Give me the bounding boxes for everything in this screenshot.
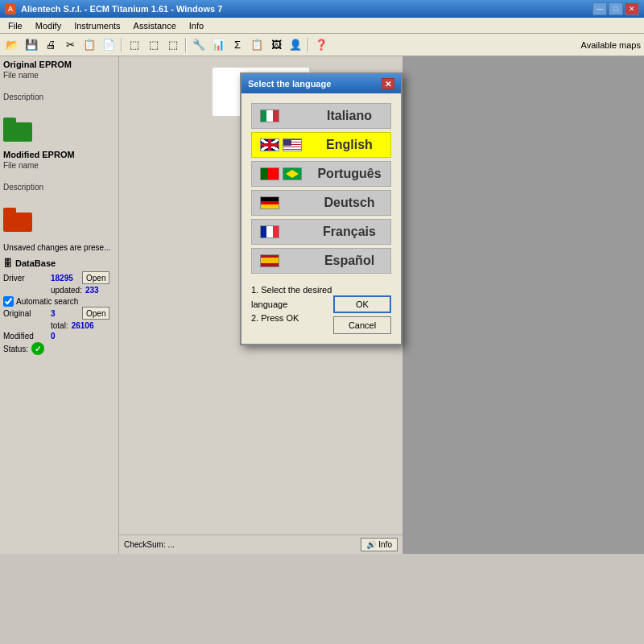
language-name-english: English [316, 138, 382, 152]
description-value-mod [3, 192, 115, 204]
toolbar: 📂 💾 🖨 ✂ 📋 📄 ⬚ ⬚ ⬚ 🔧 📊 Σ 📋 🖼 👤 ❓ Availabl… [0, 34, 644, 56]
flag-germany [260, 196, 279, 209]
toolbar-btn-7[interactable]: ⬚ [126, 36, 143, 54]
app-window: A Alientech S.r.l. - ECM Titanium 1.61 -… [0, 0, 644, 644]
flag-container-espanol [260, 254, 308, 267]
toolbar-btn-10[interactable]: 🔧 [190, 36, 208, 54]
updated-row: updated: 233 [3, 286, 115, 295]
language-name-deutsch: Deutsch [316, 196, 382, 210]
modified-eprom-section: Modified EPROM File name Description [3, 150, 115, 235]
title-bar-left: A Alientech S.r.l. - ECM Titanium 1.61 -… [5, 3, 222, 14]
language-dialog: Select the language ✕ [240, 72, 402, 345]
right-panel [402, 56, 644, 554]
flag-container-deutsch [260, 196, 308, 209]
database-label: 🗄 DataBase [3, 258, 115, 268]
minimize-button[interactable]: — [592, 2, 607, 15]
menu-instruments[interactable]: Instruments [69, 20, 125, 31]
close-button[interactable]: ✕ [625, 2, 639, 15]
unsaved-notice: Unsaved changes are prese... [3, 243, 115, 252]
modified-row: Modified 0 [3, 332, 115, 341]
toolbar-btn-8[interactable]: ⬚ [145, 36, 163, 54]
original-label: Original [3, 309, 47, 318]
file-name-label-mod: File name [3, 161, 115, 170]
toolbar-btn-12[interactable]: Σ [229, 36, 246, 54]
language-item-espanol[interactable]: Español [251, 248, 391, 274]
folder-icon-modified[interactable] [3, 208, 32, 232]
total-label: total: [51, 321, 68, 330]
auto-search-label: Automatic search [16, 297, 78, 306]
toolbar-btn-5[interactable]: 📋 [80, 36, 98, 54]
left-sidebar: Original EPROM File name Description Mod… [0, 56, 119, 554]
original-row: Original 3 Open [3, 307, 115, 320]
language-name-espanol: Español [316, 254, 382, 268]
dialog-overlay: Select the language ✕ [119, 56, 402, 554]
language-item-francais[interactable]: Français [251, 219, 391, 245]
toolbar-sep-2 [185, 38, 187, 52]
flag-brazil [283, 167, 302, 180]
language-item-italiano[interactable]: Italiano [251, 103, 391, 129]
flag-container-italiano [260, 109, 308, 122]
auto-search-checkbox[interactable] [3, 296, 14, 307]
toolbar-sep-1 [121, 38, 122, 52]
menu-file[interactable]: File [3, 20, 27, 31]
flag-spain [260, 254, 279, 267]
maximize-button[interactable]: □ [609, 2, 623, 15]
toolbar-btn-2[interactable]: 💾 [23, 36, 40, 54]
updated-value: 233 [85, 286, 99, 295]
toolbar-btn-13[interactable]: 📋 [248, 36, 266, 54]
menu-modify[interactable]: Modify [31, 20, 66, 31]
dialog-title: Select the language [248, 79, 331, 89]
file-name-value-mod [3, 170, 115, 183]
status-label: Status: [3, 345, 28, 353]
description-label-orig: Description [3, 93, 115, 101]
menu-bar: File Modify Instruments Assistance Info [0, 18, 644, 34]
dialog-body: Italiano English [242, 93, 401, 344]
toolbar-btn-4[interactable]: ✂ [61, 36, 79, 54]
app-icon: A [5, 3, 16, 14]
dialog-close-button[interactable]: ✕ [382, 78, 394, 89]
dialog-instructions: 1. Select the desired language 2. Press … [251, 283, 333, 326]
file-name-label-orig: File name [3, 71, 115, 80]
status-row: Status: ✓ [3, 342, 115, 355]
flag-france [260, 225, 279, 238]
toolbar-btn-1[interactable]: 📂 [3, 36, 21, 54]
description-value-orig [3, 101, 115, 114]
menu-info[interactable]: Info [184, 20, 208, 31]
database-icon: 🗄 [3, 258, 12, 268]
modified-label: Modified [3, 332, 47, 341]
cancel-button[interactable]: Cancel [333, 316, 391, 334]
flag-italy [260, 109, 279, 122]
toolbar-btn-11[interactable]: 📊 [209, 36, 227, 54]
language-item-english[interactable]: English [251, 132, 391, 158]
dialog-bottom: 1. Select the desired language 2. Press … [251, 283, 391, 334]
language-name-portugues: Português [316, 167, 382, 181]
updated-label: updated: [51, 286, 82, 295]
language-item-portugues[interactable]: Português [251, 161, 391, 187]
driver-value: 18295 [51, 274, 79, 283]
toolbar-btn-3[interactable]: 🖨 [42, 36, 60, 54]
driver-open-button[interactable]: Open [82, 271, 109, 284]
file-name-value-orig [3, 80, 115, 93]
language-item-deutsch[interactable]: Deutsch [251, 190, 391, 216]
toolbar-btn-15[interactable]: 👤 [287, 36, 304, 54]
folder-icon-original[interactable] [3, 118, 32, 142]
toolbar-btn-9[interactable]: ⬚ [164, 36, 182, 54]
database-section: 🗄 DataBase Driver 18295 Open updated: 23… [3, 258, 115, 357]
language-name-italiano: Italiano [316, 109, 382, 123]
toolbar-btn-14[interactable]: 🖼 [267, 36, 285, 54]
ok-button[interactable]: OK [333, 295, 391, 313]
original-eprom-section: Original EPROM File name Description [3, 60, 115, 145]
auto-search-row: Automatic search [3, 296, 115, 307]
center-content: D CheckSum: ... 🔊 Info [119, 56, 402, 554]
flag-portugal [260, 167, 279, 180]
flag-us [283, 138, 302, 151]
driver-label: Driver [3, 274, 47, 283]
title-bar-buttons: — □ ✕ [592, 2, 639, 15]
total-row: total: 26106 [3, 321, 115, 330]
original-eprom-label: Original EPROM [3, 60, 115, 69]
language-name-francais: Français [316, 225, 382, 239]
toolbar-btn-6[interactable]: 📄 [100, 36, 118, 54]
original-open-button[interactable]: Open [82, 307, 109, 320]
menu-assistance[interactable]: Assistance [129, 20, 181, 31]
toolbar-btn-16[interactable]: ❓ [312, 36, 330, 54]
